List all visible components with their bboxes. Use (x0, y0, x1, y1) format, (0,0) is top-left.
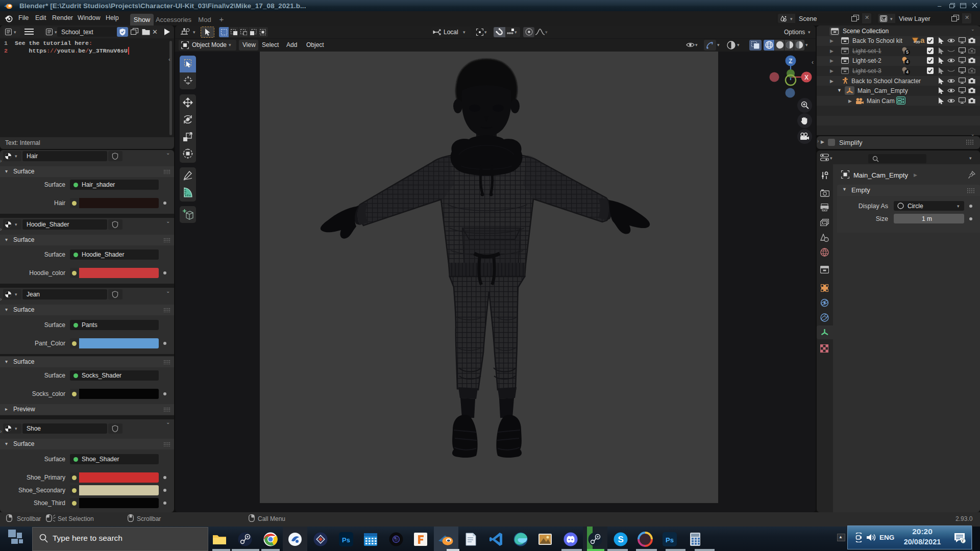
svg-text:Z: Z (789, 58, 792, 65)
svg-text:X: X (804, 74, 808, 81)
svg-text:Ps: Ps (342, 536, 350, 544)
svg-text:S: S (618, 535, 624, 544)
svg-text:Ps: Ps (666, 536, 674, 544)
